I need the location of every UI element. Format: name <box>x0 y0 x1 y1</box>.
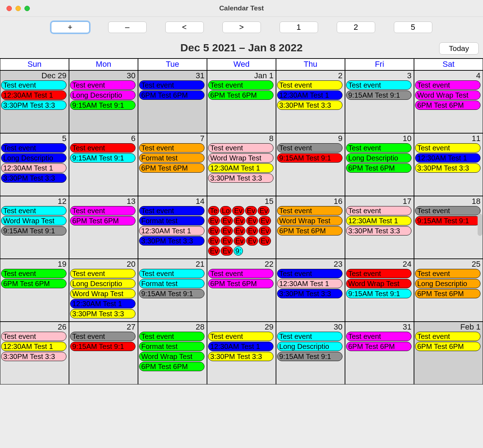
day-cell[interactable]: 6Test event9:15AM Test 9:1 <box>69 133 138 196</box>
today-button[interactable]: Today <box>439 42 479 55</box>
event-pill[interactable]: 9:15AM Test 9:1 <box>70 153 135 163</box>
event-pill[interactable]: Test event <box>1 143 66 153</box>
event-pill[interactable]: Test event <box>346 80 411 90</box>
day-cell[interactable]: 9Test event9:15AM Test 9:1 <box>276 133 345 196</box>
day-cell[interactable]: 4Test eventWord Wrap Test6PM Test 6PM <box>414 70 483 133</box>
day-cell[interactable]: 14Test eventFormat test12:30AM Test 13:3… <box>138 196 207 259</box>
event-pill[interactable]: 9:15AM Test 9:1 <box>70 101 135 110</box>
event-pill[interactable]: Ev <box>234 226 245 235</box>
event-pill[interactable]: Test event <box>277 269 342 278</box>
day-cell[interactable]: 22Test event6PM Test 6PM <box>207 259 276 322</box>
event-pill[interactable]: Ev <box>234 216 245 225</box>
event-pill[interactable]: 3:30PM Test 3:3 <box>208 173 273 183</box>
event-pill[interactable]: 6PM Test 6PM <box>70 216 135 225</box>
day-cell[interactable]: 10Test eventLong Descriptio6PM Test 6PM <box>345 133 414 196</box>
event-pill[interactable]: 3:30PM Test 3:3 <box>1 173 66 183</box>
event-pill[interactable]: Word Wrap Test <box>277 216 342 225</box>
event-pill[interactable]: 6PM Test 6PM <box>346 342 411 351</box>
event-pill[interactable]: Ev <box>259 236 271 246</box>
event-pill[interactable]: Long Descriptio <box>415 279 480 288</box>
event-pill[interactable]: 3:30PM Test 3:3 <box>1 101 66 110</box>
event-pill[interactable]: Long Descriptio <box>70 279 135 288</box>
event-pill[interactable]: Test event <box>346 206 411 215</box>
event-pill[interactable]: Test event <box>70 332 135 341</box>
event-pill[interactable]: Test event <box>415 206 480 215</box>
day-cell[interactable]: 7Test eventFormat test6PM Test 6PM <box>138 133 207 196</box>
event-pill[interactable]: 3:30PM Test 3:3 <box>1 352 66 361</box>
event-pill[interactable]: 6PM Test 6PM <box>1 279 66 288</box>
event-pill[interactable]: Test event <box>70 80 135 90</box>
event-pill[interactable]: Test event <box>415 332 480 341</box>
event-pill[interactable]: 12:30AM Test 1 <box>277 90 342 100</box>
next-button[interactable]: > <box>222 22 261 33</box>
event-pill[interactable]: Ev <box>208 216 220 225</box>
event-pill[interactable]: Test event <box>208 332 273 341</box>
event-pill[interactable]: Test event <box>346 332 411 341</box>
event-pill[interactable]: Test event <box>1 80 66 90</box>
day-cell[interactable]: 31Test event6PM Test 6PM <box>138 70 207 133</box>
event-pill[interactable]: Test event <box>70 206 135 215</box>
event-pill[interactable]: Test event <box>208 143 273 153</box>
event-pill[interactable]: Word Wrap Test <box>139 352 204 361</box>
event-pill[interactable]: Ev <box>221 216 233 225</box>
event-pill[interactable]: Test event <box>139 80 204 90</box>
event-pill[interactable]: 12:30AM Test 1 <box>1 163 66 173</box>
day-cell[interactable]: 24Test eventWord Wrap Test9:15AM Test 9:… <box>345 259 414 322</box>
event-pill[interactable]: Ev <box>259 216 271 225</box>
event-pill[interactable]: Test event <box>277 206 342 215</box>
prev-button[interactable]: < <box>165 22 204 33</box>
event-pill[interactable]: Long Descriptio <box>346 153 411 163</box>
event-pill[interactable]: Test event <box>415 269 480 278</box>
day-cell[interactable]: 30Test eventLong Descriptio9:15AM Test 9… <box>276 322 345 384</box>
event-pill[interactable]: 9:15AM Test 9:1 <box>415 216 480 225</box>
event-pill[interactable]: 3:30PM Test 3:3 <box>346 226 411 235</box>
event-pill[interactable]: 12:30AM Test 1 <box>1 90 66 100</box>
event-pill[interactable]: 9:15AM Test 9:1 <box>70 342 135 351</box>
event-pill[interactable]: Test event <box>70 269 135 278</box>
event-pill[interactable]: Test event <box>415 143 480 153</box>
day-cell[interactable]: 8Test eventWord Wrap Test12:30AM Test 13… <box>207 133 276 196</box>
view-1-button[interactable]: 1 <box>280 22 318 33</box>
event-pill[interactable]: Word Wrap Test <box>208 153 273 163</box>
day-cell[interactable]: 5Test eventLong Descriptio12:30AM Test 1… <box>0 133 69 196</box>
event-pill[interactable]: Ev <box>208 246 220 256</box>
day-cell[interactable]: 11Test event12:30AM Test 13:30PM Test 3:… <box>414 133 483 196</box>
day-cell[interactable]: 30Test eventLong Descriptio9:15AM Test 9… <box>69 70 138 133</box>
event-pill[interactable]: Test event <box>1 332 66 341</box>
day-cell[interactable]: 16Test eventWord Wrap Test6PM Test 6PM <box>276 196 345 259</box>
event-pill[interactable]: Ev <box>259 226 271 235</box>
event-pill[interactable]: Test event <box>139 143 204 153</box>
event-pill[interactable]: Long Descriptio <box>1 153 66 163</box>
event-pill[interactable]: Test event <box>1 269 66 278</box>
day-cell[interactable]: 12Test eventWord Wrap Test9:15AM Test 9:… <box>0 196 69 259</box>
event-pill[interactable]: Test event <box>139 206 204 215</box>
day-cell[interactable]: Dec 29Test event12:30AM Test 13:30PM Tes… <box>0 70 69 133</box>
event-pill[interactable]: Ev <box>221 246 233 256</box>
day-cell[interactable]: 18Test event9:15AM Test 9:1 <box>414 196 483 259</box>
day-cell[interactable]: 19Test event6PM Test 6PM <box>0 259 69 322</box>
event-pill[interactable]: Word Wrap Test <box>346 279 411 288</box>
event-pill[interactable]: Test event <box>277 143 342 153</box>
event-pill[interactable]: 6PM Test 6PM <box>415 342 480 351</box>
event-pill[interactable]: 12:30AM Test 1 <box>346 216 411 225</box>
event-pill[interactable]: 6PM Test 6PM <box>415 101 480 110</box>
event-pill[interactable]: Ev <box>232 206 244 215</box>
event-pill[interactable]: 12:30AM Test 1 <box>277 279 342 288</box>
event-pill[interactable]: 12:30AM Test 1 <box>415 153 480 163</box>
event-pill[interactable]: Test event <box>1 206 66 215</box>
view-2-button[interactable]: 2 <box>337 22 375 33</box>
event-pill[interactable]: 3:30PM Test 3:3 <box>415 163 480 173</box>
day-cell[interactable]: 13Test event6PM Test 6PM <box>69 196 138 259</box>
event-pill[interactable]: 9:15AM Test 9:1 <box>277 352 342 361</box>
event-pill[interactable]: Test event <box>70 143 135 153</box>
event-pill[interactable]: 12:30AM Test 1 <box>208 163 273 173</box>
event-pill[interactable]: Test event <box>208 80 273 90</box>
event-pill[interactable]: Word Wrap Test <box>415 90 480 100</box>
event-pill[interactable]: Format test <box>139 342 204 351</box>
event-pill[interactable]: 12:30AM Test 1 <box>139 226 204 235</box>
day-cell[interactable]: 26Test event12:30AM Test 13:30PM Test 3:… <box>0 322 69 384</box>
event-pill[interactable]: Ev <box>246 226 258 235</box>
event-pill[interactable]: 9:15AM Test 9:1 <box>346 90 411 100</box>
event-pill[interactable]: Lo <box>220 206 231 215</box>
day-cell[interactable]: 23Test event12:30AM Test 13:30PM Test 3:… <box>276 259 345 322</box>
